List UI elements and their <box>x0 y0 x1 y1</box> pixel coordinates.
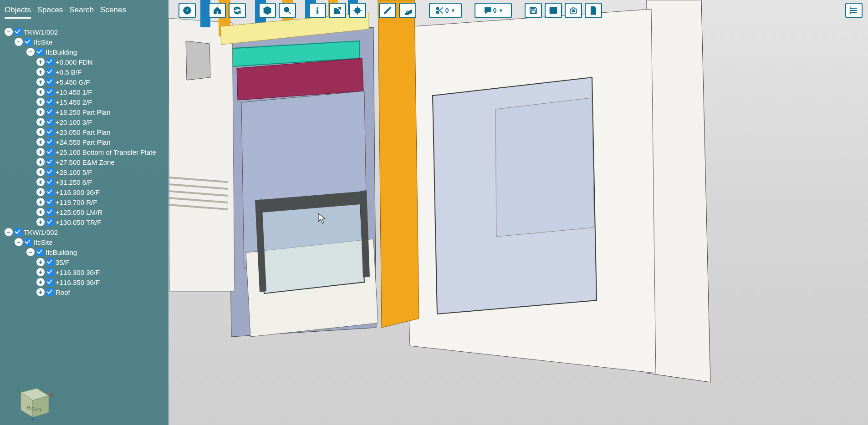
visibility-checkbox[interactable] <box>46 58 54 66</box>
tree-row[interactable]: ++23.050 Part Plan <box>5 127 166 137</box>
tree-row[interactable]: +35/F <box>5 257 166 267</box>
download-button[interactable] <box>585 3 602 18</box>
expand-icon[interactable]: + <box>36 268 45 276</box>
tree-row[interactable]: ++116.300 36/F <box>5 267 166 277</box>
expand-icon[interactable]: + <box>36 288 45 296</box>
tree-row[interactable]: −IfcSite <box>5 37 166 47</box>
visibility-checkbox[interactable] <box>46 218 54 226</box>
expand-icon[interactable]: + <box>36 78 45 86</box>
ruler-button[interactable] <box>399 3 416 18</box>
expand-icon[interactable]: + <box>36 128 45 136</box>
collapse-icon[interactable]: − <box>15 38 23 46</box>
expand-icon[interactable]: + <box>36 278 45 286</box>
collapse-icon[interactable]: − <box>5 28 13 36</box>
tree-row[interactable]: −TKW/1/002 <box>5 27 166 37</box>
tree-row[interactable]: ++116.350 36/F <box>5 277 166 287</box>
cube-button[interactable] <box>259 3 276 18</box>
search-button[interactable] <box>279 3 296 18</box>
expand-icon[interactable]: + <box>36 98 45 106</box>
expand-icon[interactable]: + <box>36 218 45 226</box>
tree-row[interactable]: ++119.700 R/F <box>5 197 166 207</box>
tree-row[interactable]: −IfcBuilding <box>5 47 166 57</box>
nav-cube[interactable]: RIGHT <box>13 380 53 420</box>
save-button[interactable] <box>525 3 542 18</box>
expand-icon[interactable]: + <box>36 118 45 126</box>
tree-row[interactable]: ++10.450 1/F <box>5 87 166 97</box>
visibility-checkbox[interactable] <box>46 78 54 86</box>
visibility-checkbox[interactable] <box>46 98 54 106</box>
scissors-dropdown[interactable]: 0 ▼ <box>429 3 462 18</box>
tree-row[interactable]: +Roof <box>5 287 166 297</box>
visibility-checkbox[interactable] <box>46 148 54 156</box>
tree-row[interactable]: ++116.300 36/F <box>5 187 166 197</box>
tab-search[interactable]: Search <box>69 5 94 19</box>
collapse-icon[interactable]: − <box>15 238 23 246</box>
tree-row[interactable]: −TKW/1/002 <box>5 227 166 237</box>
visibility-checkbox[interactable] <box>46 208 54 216</box>
image-button[interactable] <box>545 3 562 18</box>
tab-scenes[interactable]: Scenes <box>100 5 126 19</box>
expand-icon[interactable]: + <box>36 68 45 76</box>
visibility-checkbox[interactable] <box>25 238 32 246</box>
visibility-checkbox[interactable] <box>36 248 44 256</box>
tree-row[interactable]: ++125.050 LM/R <box>5 207 166 217</box>
visibility-checkbox[interactable] <box>46 68 54 76</box>
collapse-icon[interactable]: − <box>26 248 35 256</box>
tree-row[interactable]: ++31.250 6/F <box>5 177 166 187</box>
tree-row[interactable]: −IfcBuilding <box>5 247 166 257</box>
tree-row[interactable]: ++5.450 G/F <box>5 77 166 87</box>
expand-icon[interactable]: + <box>36 168 45 176</box>
visibility-checkbox[interactable] <box>46 168 54 176</box>
tree-row[interactable]: ++18.250 Part Plan <box>5 107 166 117</box>
camera-button[interactable] <box>565 3 582 18</box>
tree-row[interactable]: ++25.100 Bottom of Transfer Plate <box>5 147 166 157</box>
expand-icon[interactable]: + <box>36 178 45 186</box>
expand-icon[interactable]: + <box>36 148 45 156</box>
comments-dropdown[interactable]: 0 ▼ <box>475 3 512 18</box>
expand-icon[interactable]: + <box>36 208 45 216</box>
visibility-checkbox[interactable] <box>46 138 54 146</box>
visibility-checkbox[interactable] <box>46 118 54 126</box>
tree-row[interactable]: ++24.550 Part Plan <box>5 137 166 147</box>
visibility-checkbox[interactable] <box>25 38 32 46</box>
tree-row[interactable]: −IfcSite <box>5 237 166 247</box>
compass-button[interactable] <box>179 3 196 18</box>
tree-row[interactable]: ++0.000 FDN <box>5 57 166 67</box>
visibility-checkbox[interactable] <box>46 178 54 186</box>
expand-icon[interactable]: + <box>36 198 45 206</box>
tree-row[interactable]: ++28.100 5/F <box>5 167 166 177</box>
tree-row[interactable]: ++0.5 B/F <box>5 67 166 77</box>
tree-row[interactable]: ++27.500 E&M Zone <box>5 157 166 167</box>
visibility-checkbox[interactable] <box>46 88 54 96</box>
visibility-checkbox[interactable] <box>46 288 54 296</box>
menu-list-button[interactable] <box>845 3 863 18</box>
expand-icon[interactable]: + <box>36 258 45 266</box>
tree-row[interactable]: ++20.100 3/F <box>5 117 166 127</box>
external-link-button[interactable] <box>329 3 346 18</box>
visibility-checkbox[interactable] <box>46 158 54 166</box>
visibility-checkbox[interactable] <box>46 108 54 116</box>
collapse-icon[interactable]: − <box>26 48 35 56</box>
visibility-checkbox[interactable] <box>15 228 22 236</box>
tab-objects[interactable]: Objects <box>5 5 31 19</box>
expand-icon[interactable]: + <box>36 58 45 66</box>
target-button[interactable] <box>349 3 366 18</box>
expand-icon[interactable]: + <box>36 138 45 146</box>
tree-row[interactable]: ++130.050 TR/F <box>5 217 166 227</box>
visibility-checkbox[interactable] <box>46 258 54 266</box>
collapse-icon[interactable]: − <box>5 228 13 236</box>
pencil-button[interactable] <box>379 3 396 18</box>
visibility-checkbox[interactable] <box>15 28 22 35</box>
expand-icon[interactable]: + <box>36 188 45 196</box>
expand-icon[interactable]: + <box>36 158 45 166</box>
home-button[interactable] <box>209 3 226 18</box>
visibility-checkbox[interactable] <box>46 278 54 286</box>
expand-icon[interactable]: + <box>36 88 45 96</box>
tree-row[interactable]: ++15.450 2/F <box>5 97 166 107</box>
tab-spaces[interactable]: Spaces <box>37 5 63 19</box>
visibility-checkbox[interactable] <box>46 268 54 276</box>
visibility-checkbox[interactable] <box>46 198 54 206</box>
visibility-checkbox[interactable] <box>46 188 54 196</box>
refresh-button[interactable] <box>229 3 246 18</box>
visibility-checkbox[interactable] <box>46 128 54 136</box>
